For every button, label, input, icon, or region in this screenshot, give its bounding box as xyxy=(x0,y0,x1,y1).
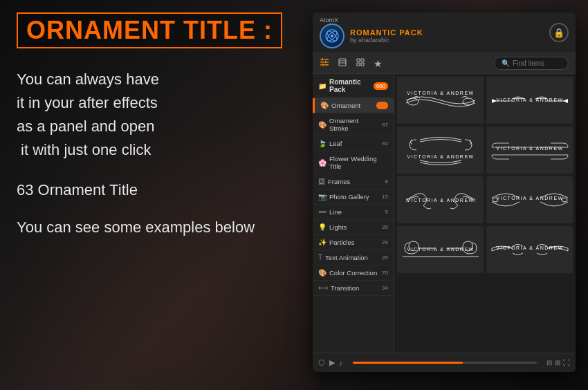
examples-text: You can see some examples below xyxy=(17,219,294,236)
sidebar-item-ornament-stroke[interactable]: 🎨 Ornament Stroke 67 xyxy=(313,113,394,136)
grid-item-4[interactable]: VICTORIA & ANDREW xyxy=(486,127,573,174)
sidebar-item-text-animation[interactable]: T Text Animation 26 xyxy=(313,250,394,266)
search-input[interactable] xyxy=(513,59,561,67)
lights-icon: 💡 xyxy=(318,223,327,231)
particles-icon: ✨ xyxy=(318,239,327,246)
sidebar-label-photo-gallery: Photo Gallery xyxy=(329,193,379,201)
pack-sub: by ahadarabic xyxy=(350,37,423,44)
sidebar-item-photo-gallery[interactable]: 📷 Photo Gallery 15 xyxy=(313,189,394,205)
particles-count: 29 xyxy=(382,239,388,245)
frames-icon: 🖼 xyxy=(318,178,325,185)
svg-text:VICTORIA & ANDREW: VICTORIA & ANDREW xyxy=(496,98,563,102)
audio-icon[interactable]: ♪ xyxy=(339,359,343,367)
sidebar-item-line[interactable]: ➖ Line 5 xyxy=(313,205,394,220)
toolbar: ★ 🔍 xyxy=(313,53,576,74)
grid-item-8[interactable]: VICTORIA & ANDREW xyxy=(486,226,573,273)
svg-rect-16 xyxy=(361,63,364,66)
atomx-label: AtomX xyxy=(320,17,338,24)
color-correction-count: 70 xyxy=(382,270,388,276)
svg-text:VICTORIA & ANDREW: VICTORIA & ANDREW xyxy=(496,146,563,151)
sidebar-label-frames: Frames xyxy=(328,178,383,185)
sidebar-header-badge: 600 xyxy=(374,82,388,90)
sidebar-item-leaf[interactable]: 🍃 Leaf 92 xyxy=(313,136,394,151)
grid-item-6[interactable]: VICTORIA & ANDREW xyxy=(486,176,573,223)
sidebar-item-color-correction[interactable]: 🎨 Color Correction 70 xyxy=(313,266,394,281)
color-correction-icon: 🎨 xyxy=(318,269,327,277)
sidebar-header-text: Romantic Pack xyxy=(329,78,369,93)
svg-text:VICTORIA & ANDREW: VICTORIA & ANDREW xyxy=(407,247,474,252)
svg-text:VICTORIA & ANDREW: VICTORIA & ANDREW xyxy=(407,198,474,203)
zoom-in-icon[interactable]: ⊞ xyxy=(555,359,560,366)
move-icon[interactable]: ⬡ xyxy=(318,358,325,367)
svg-point-9 xyxy=(322,64,324,66)
atomx-logo-area: ROMANTIC PACK by ahadarabic xyxy=(320,24,423,48)
photo-gallery-count: 15 xyxy=(382,194,388,200)
sidebar-item-ornament[interactable]: 🎨 Ornament 63 xyxy=(313,98,394,113)
star-icon[interactable]: ★ xyxy=(374,58,383,69)
sidebar-label-ornament: Ornament xyxy=(331,102,372,109)
svg-point-7 xyxy=(321,58,324,61)
grid-item-2[interactable]: VICTORIA & ANDREW xyxy=(486,77,573,124)
transition-count: 34 xyxy=(382,285,388,291)
svg-text:VICTORIA & ANDREW: VICTORIA & ANDREW xyxy=(407,154,474,159)
zoom-controls: ⊟ ⊞ ⛶ xyxy=(546,359,570,366)
sidebar-label-text-animation: Text Animation xyxy=(325,254,379,261)
sidebar-item-transition[interactable]: ⟷ Transition 34 xyxy=(313,281,394,296)
ornament-count: 63 xyxy=(376,102,388,109)
grid-item-7[interactable]: VICTORIA & ANDREW xyxy=(397,226,484,273)
sidebar-item-lights[interactable]: 💡 Lights 20 xyxy=(313,220,394,235)
sidebar-item-flower[interactable]: 🌸 Flower Wedding Title xyxy=(313,151,394,174)
flower-icon: 🌸 xyxy=(318,159,327,167)
svg-rect-13 xyxy=(357,59,360,62)
ornament-title-heading: ORNAMENT TITLE : xyxy=(17,12,282,48)
text-anim-count: 26 xyxy=(382,254,388,261)
svg-point-3 xyxy=(331,35,333,37)
layers-icon[interactable] xyxy=(338,57,347,69)
line-icon: ➖ xyxy=(318,208,327,216)
grid-area: VICTORIA & ANDREW VICTORIA & AN xyxy=(394,74,576,353)
sidebar-label-line: Line xyxy=(329,208,383,216)
leaf-icon: 🍃 xyxy=(318,140,327,147)
sidebar-label-lights: Lights xyxy=(329,223,379,231)
lights-count: 20 xyxy=(382,224,388,230)
fullscreen-icon[interactable]: ⛶ xyxy=(563,359,570,366)
sidebar-header: 📁 Romantic Pack 600 xyxy=(313,74,394,98)
grid-icon[interactable] xyxy=(356,57,365,69)
transition-icon: ⟷ xyxy=(318,284,328,292)
progress-bar xyxy=(353,362,538,364)
svg-marker-24 xyxy=(563,99,568,103)
description-text: You can always have it in your after eff… xyxy=(17,68,294,162)
search-box[interactable]: 🔍 xyxy=(494,57,569,70)
main-content: 📁 Romantic Pack 600 🎨 Ornament 63 🎨 Orna… xyxy=(313,74,576,353)
sidebar-label-flower: Flower Wedding Title xyxy=(329,155,388,170)
sidebar-label-leaf: Leaf xyxy=(329,140,379,147)
zoom-out-icon[interactable]: ⊟ xyxy=(546,359,552,366)
svg-rect-10 xyxy=(339,59,346,66)
sidebar-item-particles[interactable]: ✨ Particles 29 xyxy=(313,235,394,250)
svg-text:VICTORIA & ANDREW: VICTORIA & ANDREW xyxy=(407,91,474,95)
ornament-icon: 🎨 xyxy=(320,102,329,109)
grid-item-5[interactable]: VICTORIA & ANDREW xyxy=(397,176,484,223)
sidebar-label-ornament-stroke: Ornament Stroke xyxy=(329,117,379,132)
grid-item-3[interactable]: VICTORIA & ANDREW xyxy=(397,127,484,174)
svg-text:VICTORIA & ANDREW: VICTORIA & ANDREW xyxy=(496,196,563,201)
svg-rect-15 xyxy=(357,63,360,66)
play-icon[interactable]: ▶ xyxy=(329,358,335,367)
sidebar-item-frames[interactable]: 🖼 Frames 8 xyxy=(313,174,394,189)
ornament-stroke-icon: 🎨 xyxy=(318,121,327,129)
lock-button[interactable]: 🔒 xyxy=(549,23,569,42)
bottom-bar: ⬡ ▶ ♪ ⊟ ⊞ ⛶ xyxy=(313,353,576,372)
sidebar-label-transition: Transition xyxy=(331,284,379,292)
text-anim-icon: T xyxy=(318,254,322,261)
grid-item-1[interactable]: VICTORIA & ANDREW xyxy=(397,77,484,124)
count-text: 63 Ornament Title xyxy=(17,181,294,199)
ornament-grid: VICTORIA & ANDREW VICTORIA & AN xyxy=(397,77,573,273)
sidebar-label-particles: Particles xyxy=(329,239,379,246)
pack-name: ROMANTIC PACK xyxy=(350,28,423,37)
atomx-panel: AtomX ROMANTIC PACK by ahadarabic 🔒 xyxy=(313,12,576,372)
sidebar: 📁 Romantic Pack 600 🎨 Ornament 63 🎨 Orna… xyxy=(313,74,394,353)
sliders-icon[interactable] xyxy=(320,57,329,69)
sidebar-label-color-correction: Color Correction xyxy=(329,269,379,277)
atomx-brand: ROMANTIC PACK by ahadarabic xyxy=(350,28,423,44)
atomx-header: AtomX ROMANTIC PACK by ahadarabic 🔒 xyxy=(313,12,576,53)
